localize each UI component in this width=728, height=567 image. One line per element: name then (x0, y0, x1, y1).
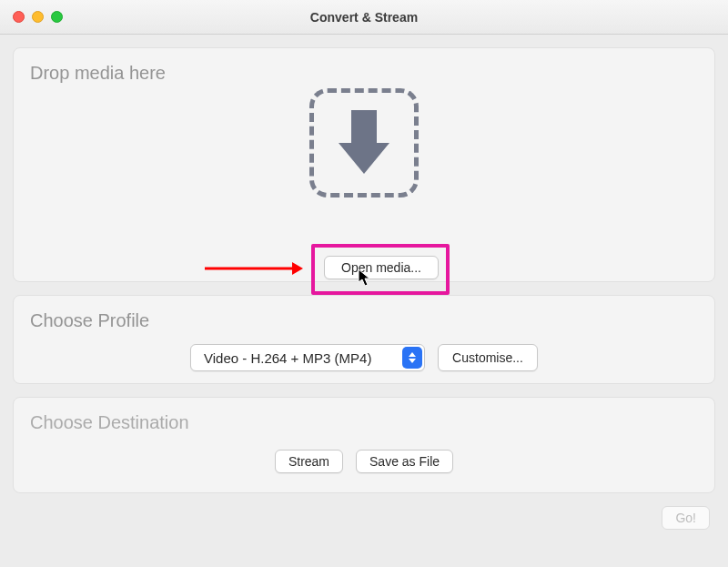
titlebar: Convert & Stream (0, 0, 728, 35)
drop-media-panel[interactable]: Drop media here Open media... (13, 47, 715, 282)
minimize-window-button[interactable] (32, 11, 44, 23)
drop-media-title: Drop media here (14, 48, 714, 84)
go-button: Go! (662, 506, 710, 530)
customise-button[interactable]: Customise... (438, 344, 538, 371)
profile-title: Choose Profile (14, 296, 714, 331)
traffic-lights (13, 11, 63, 23)
stream-button[interactable]: Stream (275, 450, 343, 473)
maximize-window-button[interactable] (51, 11, 63, 23)
profile-select-value: Video - H.264 + MP3 (MP4) (204, 350, 371, 366)
open-media-button[interactable]: Open media... (324, 256, 439, 279)
annotation-arrow-icon (205, 260, 303, 277)
destination-panel: Choose Destination Stream Save as File (13, 397, 715, 493)
profile-select[interactable]: Video - H.264 + MP3 (MP4) (190, 344, 425, 371)
select-stepper-icon (402, 347, 422, 369)
close-window-button[interactable] (13, 11, 25, 23)
dropzone-box (309, 88, 419, 197)
arrow-down-icon (339, 110, 389, 176)
destination-title: Choose Destination (14, 398, 714, 433)
svg-marker-1 (292, 262, 303, 275)
save-as-file-button[interactable]: Save as File (356, 450, 453, 473)
profile-panel: Choose Profile Video - H.264 + MP3 (MP4)… (13, 295, 715, 384)
window-title: Convert & Stream (0, 10, 728, 25)
dropzone[interactable] (309, 88, 419, 197)
